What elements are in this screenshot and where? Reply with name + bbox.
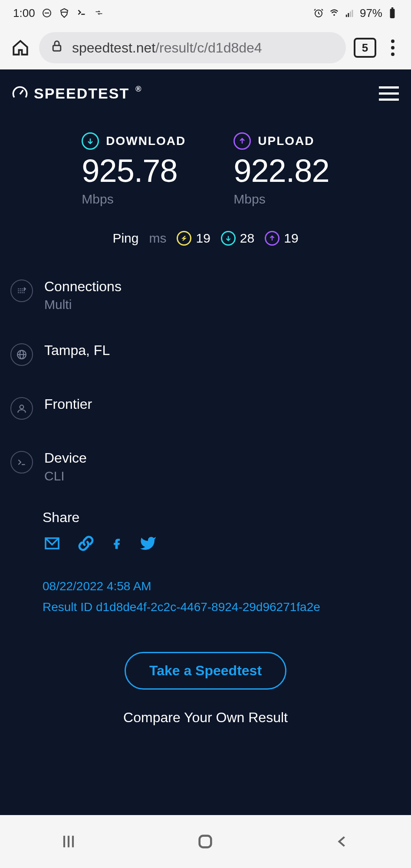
take-speedtest-button[interactable]: Take a Speedtest [125,652,286,690]
download-arrow-icon [82,132,99,150]
svg-rect-9 [352,10,353,17]
upload-arrow-icon [233,132,251,150]
svg-rect-10 [390,9,395,18]
ping-label: Ping [112,231,138,246]
browser-menu-button[interactable] [384,39,401,56]
signal-icon [344,7,355,19]
svg-rect-12 [53,46,61,51]
svg-point-17 [20,405,24,409]
svg-rect-6 [346,15,347,17]
share-email-button[interactable] [43,536,62,553]
nav-recent-button[interactable] [56,829,82,855]
ping-upload-icon [265,231,279,246]
globe-icon [10,343,33,366]
connections-icon [10,279,33,302]
share-facebook-button[interactable] [110,534,122,554]
ping-unit: ms [149,231,166,246]
page-content: SPEEDTEST® DOWNLOAD 925.78 Mbps UPLOAD [0,69,411,815]
device-row[interactable]: Device CLI [10,441,401,505]
ping-download-icon [221,231,236,246]
speedtest-logo[interactable]: SPEEDTEST® [12,85,142,102]
ping-idle-icon [177,231,191,246]
svg-point-5 [333,14,335,16]
connections-row[interactable]: Connections Multi [10,270,401,334]
battery-icon [387,7,398,19]
device-value: CLI [44,469,87,483]
nav-home-button[interactable] [192,829,218,855]
svg-rect-3 [81,14,85,15]
upload-unit: Mbps [233,192,265,207]
user-icon [10,397,33,420]
result-timestamp: 08/22/2022 4:58 AM [43,576,401,597]
ping-idle: 19 [177,231,210,246]
url-text: speedtest.net/result/c/d1d8de4 [72,40,262,56]
result-id: Result ID d1d8de4f-2c2c-4467-8924-29d962… [43,597,401,618]
ping-row: Ping ms 19 28 19 [0,211,411,259]
ping-download: 28 [221,231,254,246]
device-label: Device [44,450,87,466]
share-twitter-button[interactable] [138,535,158,554]
battery-pct: 97% [360,7,382,20]
alarm-icon [313,7,324,19]
swap-icon [93,7,105,19]
svg-rect-8 [350,11,351,17]
terminal-icon [10,451,33,473]
isp-row[interactable]: Frontier [10,388,401,441]
upload-value: 922.82 [233,152,329,189]
result-meta: 08/22/2022 4:58 AM Result ID d1d8de4f-2c… [0,559,411,621]
compare-link[interactable]: Compare Your Own Result [0,703,411,752]
svg-rect-7 [348,13,349,17]
share-label: Share [43,510,401,526]
url-bar[interactable]: speedtest.net/result/c/d1d8de4 [39,32,346,63]
connections-label: Connections [44,279,122,295]
download-unit: Mbps [82,192,113,207]
location-value: Tampa, FL [44,342,110,358]
dnd-icon [41,7,53,19]
download-label: DOWNLOAD [106,134,186,148]
browser-home-button[interactable] [10,37,31,59]
menu-button[interactable] [379,86,399,101]
share-section: Share [0,510,411,559]
ping-upload: 19 [265,231,298,246]
share-link-button[interactable] [77,535,95,554]
download-result: DOWNLOAD 925.78 Mbps [82,132,186,207]
svg-line-13 [20,90,23,94]
lock-icon [50,39,63,56]
wifi-icon [329,7,340,19]
nav-back-button[interactable] [329,829,355,855]
isp-value: Frontier [44,396,92,412]
upload-label: UPLOAD [258,134,314,148]
android-status-bar: 1:00 97% [0,0,411,26]
shield-icon [59,7,70,19]
browser-chrome: speedtest.net/result/c/d1d8de4 5 [0,26,411,69]
tab-switcher-button[interactable]: 5 [354,38,376,58]
android-nav-bar [0,815,411,868]
status-time: 1:00 [13,7,35,20]
svg-rect-23 [200,836,211,848]
connections-value: Multi [44,297,122,312]
location-row[interactable]: Tampa, FL [10,334,401,388]
download-value: 925.78 [82,152,177,189]
svg-rect-11 [391,7,393,9]
brand-text: SPEEDTEST [34,85,129,102]
upload-result: UPLOAD 922.82 Mbps [233,132,329,207]
terminal-notif-icon [76,7,87,19]
